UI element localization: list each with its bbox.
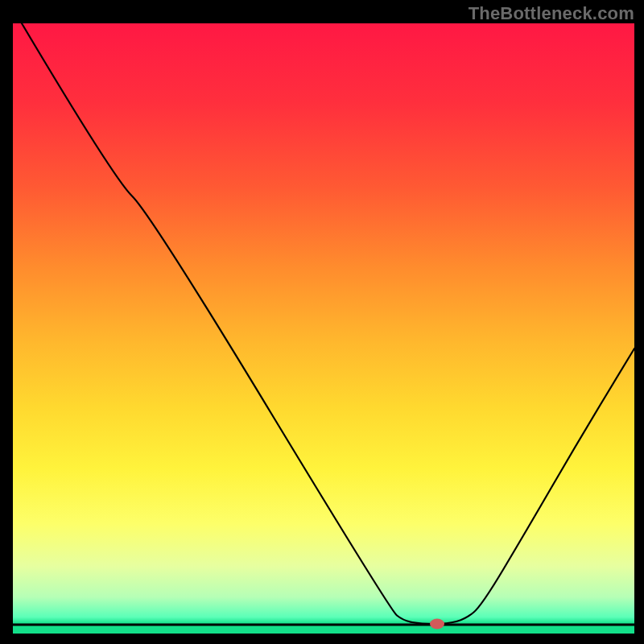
chart-svg	[0, 0, 644, 644]
watermark-text: TheBottleneck.com	[469, 3, 634, 24]
svg-rect-0	[13, 23, 634, 634]
bottleneck-marker	[430, 619, 444, 630]
